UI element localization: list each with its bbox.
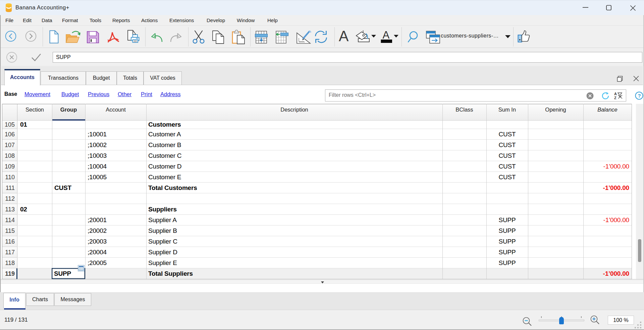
svg-text:A: A xyxy=(383,30,390,41)
svg-text:A: A xyxy=(614,92,617,96)
svg-text:Z: Z xyxy=(614,96,616,100)
svg-text:?: ? xyxy=(638,93,641,98)
